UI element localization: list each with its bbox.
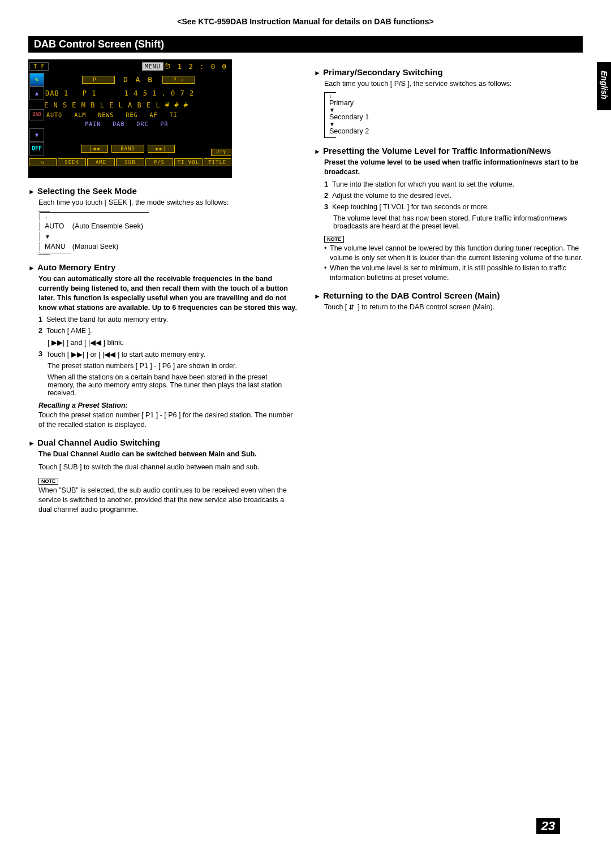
up-icon[interactable]: ▲ (29, 87, 44, 100)
prev-track-button[interactable]: |◀◀ (81, 145, 108, 153)
preset-plus-button[interactable]: P + (162, 76, 195, 84)
tf-indicator: T F (29, 62, 49, 71)
note-item: The volume level cannot be lowered by th… (324, 244, 583, 263)
language-tab: English (597, 62, 611, 110)
page-number: 23 (536, 818, 560, 834)
left-column: T F MENU ⏱ 1 2 : 0 0 ✎ P - D A B P + ▲ D… (28, 59, 297, 518)
preset-volume-notes: The volume level cannot be lowered by th… (324, 244, 583, 283)
dab-screen-mockup: T F MENU ⏱ 1 2 : 0 0 ✎ P - D A B P + ▲ D… (28, 59, 232, 178)
seek-auto: AUTO (40, 222, 71, 231)
info-line-1: DAB 1 P 1 1 4 5 1 . 0 7 2 (45, 89, 194, 97)
menu-button[interactable]: MENU (142, 62, 163, 71)
swap-button[interactable]: ⇆ (29, 158, 57, 166)
return-main-body: Touch [ ] to return to the DAB control s… (324, 303, 583, 312)
preset-minus-button[interactable]: P - (82, 76, 115, 84)
preset-volume-steps: 1Tune into the station for which you wan… (324, 180, 583, 230)
status-line-1: AUTO ALM NEWS REG AF TI (45, 112, 178, 118)
seek-cycle: ↓ AUTO(Auto Ensemble Seek) ▼ MANU(Manual… (38, 211, 297, 254)
seek-auto-desc: (Auto Ensemble Seek) (72, 222, 149, 231)
heading-auto-memory: Auto Memory Entry (28, 262, 297, 272)
seek-manu-desc: (Manual Seek) (72, 242, 149, 251)
source-label: D A B (119, 75, 158, 84)
tivol-button[interactable]: TI VOL (174, 158, 202, 166)
ps-cycle: ↓ Primary ▼ Secondary 1 ▼ Secondary 2 (324, 92, 583, 138)
cycle-item: Secondary 2 (324, 127, 583, 135)
note-label: NOTE (38, 478, 58, 485)
step-text: Touch [ ▶▶| ] or [ |◀◀ ] to start auto m… (46, 350, 294, 359)
right-column: Primary/Secondary Switching Each time yo… (314, 59, 583, 518)
top-reference: <See KTC-959DAB Instruction Manual for d… (28, 17, 583, 26)
recall-heading: Recalling a Preset Station: (38, 401, 297, 409)
recall-body: Touch the preset station number [ P1 ] -… (38, 411, 297, 430)
pty-button[interactable]: PTY (211, 149, 231, 156)
band-button[interactable]: BAND (111, 145, 144, 153)
cycle-item: Secondary 1 (324, 113, 583, 121)
status-line-2: MAIN DAB DRC PR (44, 121, 169, 127)
swap-icon (349, 303, 356, 308)
step-text: Select the band for auto memory entry. (46, 316, 294, 323)
step-text: [ ▶▶| ] and [ |◀◀ ] blink. (48, 338, 286, 347)
note-label: NOTE (324, 236, 344, 243)
next-track-button[interactable]: ▶▶| (148, 145, 175, 153)
step-text: The preset station numbers [ P1 ] - [ P6… (48, 362, 286, 370)
step-text: Adjust the volume to the desired level. (332, 192, 579, 200)
dual-channel-note: When "SUB" is selected, the sub audio co… (38, 486, 297, 515)
text: Each time you touch [ SEEK ], the mode s… (38, 198, 297, 208)
text: Each time you touch [ P/S ], the service… (324, 79, 583, 89)
step-text: Touch [ AME ]. (46, 327, 294, 335)
cycle-item: Primary (324, 99, 583, 107)
info-line-2: E N S E M B L E L A B E L # # # (44, 101, 188, 109)
auto-memory-intro: You can automatically store all the rece… (38, 274, 297, 313)
heading-dual-channel: Dual Channel Audio Switching (28, 438, 297, 447)
section-title-bar: DAB Control Screen (Shift) (28, 36, 583, 53)
clock: ⏱ 1 2 : 0 0 (163, 62, 232, 71)
title-button[interactable]: TITLE (204, 158, 231, 166)
off-icon[interactable]: OFF (29, 142, 44, 156)
note-item: When the volume level is set to minimum,… (324, 264, 583, 283)
step-text: Keep touching [ TI VOL ] for two seconds… (332, 203, 579, 211)
step-text: The volume level that has now been store… (333, 214, 571, 230)
sub-button[interactable]: SUB (116, 158, 144, 166)
text: ] to return to the DAB control screen (M… (356, 303, 494, 311)
text: Touch [ (324, 303, 349, 311)
dual-channel-intro: The Dual Channel Audio can be switched b… (38, 450, 297, 459)
seek-manu: MANU (40, 242, 71, 251)
heading-return-main: Returning to the DAB Control Screen (Mai… (314, 291, 583, 300)
dab-side-icon[interactable]: DAB (29, 109, 44, 120)
preset-volume-intro: Preset the volume level to be used when … (324, 158, 583, 177)
heading-primary-secondary: Primary/Secondary Switching (314, 67, 583, 77)
heading-seek-mode: Selecting the Seek Mode (28, 186, 297, 196)
ame-button[interactable]: AME (87, 158, 115, 166)
seek-button[interactable]: SEEK (58, 158, 85, 166)
down-icon[interactable]: ▼ (29, 128, 44, 142)
dual-channel-body: Touch [ SUB ] to switch the dual channel… (38, 463, 297, 472)
auto-memory-steps: 1Select the band for auto memory entry. … (38, 316, 297, 397)
step-text: When all the stations on a certain band … (48, 373, 286, 397)
section-title: DAB Control Screen (Shift) (34, 38, 164, 50)
side-icon-1[interactable]: ✎ (29, 73, 44, 87)
step-text: Tune into the station for which you want… (332, 180, 579, 188)
ps-button[interactable]: P/S (145, 158, 173, 166)
heading-preset-volume: Presetting the Volume Level for Traffic … (314, 146, 583, 156)
